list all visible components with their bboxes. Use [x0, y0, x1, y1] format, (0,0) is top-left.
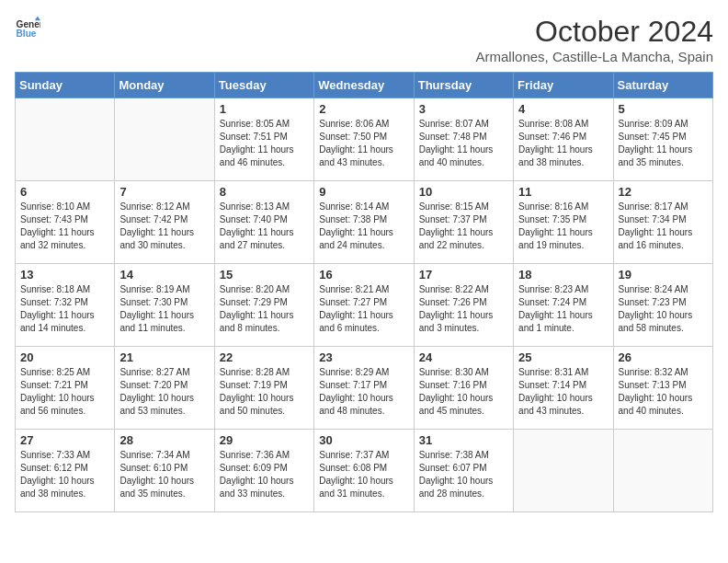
day-number: 23	[319, 350, 408, 364]
day-info: Sunrise: 8:18 AM Sunset: 7:32 PM Dayligh…	[20, 283, 109, 335]
day-info: Sunrise: 8:15 AM Sunset: 7:37 PM Dayligh…	[419, 201, 508, 252]
calendar-day-cell	[16, 98, 115, 181]
day-info: Sunrise: 8:31 AM Sunset: 7:14 PM Dayligh…	[518, 366, 608, 418]
calendar-body: 1Sunrise: 8:05 AM Sunset: 7:51 PM Daylig…	[16, 98, 713, 512]
day-number: 24	[419, 350, 508, 364]
svg-text:Blue: Blue	[17, 29, 37, 39]
day-number: 10	[419, 185, 508, 199]
calendar-day-cell: 28Sunrise: 7:34 AM Sunset: 6:10 PM Dayli…	[115, 430, 214, 512]
day-number: 5	[619, 102, 708, 116]
weekday-header-cell: Sunday	[16, 73, 115, 98]
day-info: Sunrise: 7:36 AM Sunset: 6:09 PM Dayligh…	[220, 449, 309, 500]
calendar-day-cell: 17Sunrise: 8:22 AM Sunset: 7:26 PM Dayli…	[414, 264, 513, 347]
day-number: 19	[619, 268, 708, 282]
calendar-day-cell: 10Sunrise: 8:15 AM Sunset: 7:37 PM Dayli…	[414, 181, 513, 264]
calendar-day-cell: 31Sunrise: 7:38 AM Sunset: 6:07 PM Dayli…	[414, 430, 513, 512]
calendar-day-cell: 13Sunrise: 8:18 AM Sunset: 7:32 PM Dayli…	[16, 264, 115, 347]
calendar-day-cell: 30Sunrise: 7:37 AM Sunset: 6:08 PM Dayli…	[314, 430, 414, 512]
weekday-header-row: SundayMondayTuesdayWednesdayThursdayFrid…	[16, 73, 713, 98]
day-info: Sunrise: 8:09 AM Sunset: 7:45 PM Dayligh…	[619, 118, 708, 169]
calendar-day-cell: 12Sunrise: 8:17 AM Sunset: 7:34 PM Dayli…	[613, 181, 712, 264]
day-number: 26	[619, 350, 708, 364]
weekday-header-cell: Monday	[115, 73, 214, 98]
calendar-week-row: 20Sunrise: 8:25 AM Sunset: 7:21 PM Dayli…	[16, 347, 713, 430]
day-number: 1	[220, 102, 309, 116]
calendar-day-cell: 21Sunrise: 8:27 AM Sunset: 7:20 PM Dayli…	[115, 347, 214, 430]
day-info: Sunrise: 8:29 AM Sunset: 7:17 PM Dayligh…	[319, 366, 408, 418]
day-number: 25	[518, 350, 608, 364]
day-info: Sunrise: 8:13 AM Sunset: 7:40 PM Dayligh…	[220, 201, 309, 252]
day-info: Sunrise: 8:14 AM Sunset: 7:38 PM Dayligh…	[319, 201, 408, 252]
day-info: Sunrise: 8:32 AM Sunset: 7:13 PM Dayligh…	[619, 366, 708, 418]
day-info: Sunrise: 8:22 AM Sunset: 7:26 PM Dayligh…	[419, 283, 508, 335]
day-info: Sunrise: 8:23 AM Sunset: 7:24 PM Dayligh…	[518, 283, 608, 335]
day-number: 27	[20, 433, 109, 447]
location: Armallones, Castille-La Mancha, Spain	[476, 49, 713, 64]
calendar-week-row: 27Sunrise: 7:33 AM Sunset: 6:12 PM Dayli…	[16, 430, 713, 512]
svg-marker-2	[35, 17, 40, 21]
day-number: 13	[20, 268, 109, 282]
day-number: 4	[518, 102, 608, 116]
day-number: 8	[220, 185, 309, 199]
day-info: Sunrise: 8:17 AM Sunset: 7:34 PM Dayligh…	[619, 201, 708, 252]
calendar-week-row: 13Sunrise: 8:18 AM Sunset: 7:32 PM Dayli…	[16, 264, 713, 347]
calendar-day-cell: 23Sunrise: 8:29 AM Sunset: 7:17 PM Dayli…	[314, 347, 414, 430]
calendar-day-cell: 15Sunrise: 8:20 AM Sunset: 7:29 PM Dayli…	[214, 264, 313, 347]
calendar-day-cell: 20Sunrise: 8:25 AM Sunset: 7:21 PM Dayli…	[16, 347, 115, 430]
calendar-day-cell: 14Sunrise: 8:19 AM Sunset: 7:30 PM Dayli…	[115, 264, 214, 347]
day-number: 29	[220, 433, 309, 447]
calendar-day-cell: 29Sunrise: 7:36 AM Sunset: 6:09 PM Dayli…	[214, 430, 313, 512]
day-number: 16	[319, 268, 408, 282]
calendar-day-cell: 5Sunrise: 8:09 AM Sunset: 7:45 PM Daylig…	[613, 98, 712, 181]
day-info: Sunrise: 8:08 AM Sunset: 7:46 PM Dayligh…	[518, 118, 608, 169]
month-title: October 2024	[476, 15, 713, 49]
calendar-day-cell: 2Sunrise: 8:06 AM Sunset: 7:50 PM Daylig…	[314, 98, 414, 181]
day-info: Sunrise: 8:05 AM Sunset: 7:51 PM Dayligh…	[220, 118, 309, 169]
day-info: Sunrise: 8:20 AM Sunset: 7:29 PM Dayligh…	[220, 283, 309, 335]
weekday-header-cell: Wednesday	[314, 73, 414, 98]
day-number: 2	[319, 102, 408, 116]
calendar-day-cell: 27Sunrise: 7:33 AM Sunset: 6:12 PM Dayli…	[16, 430, 115, 512]
calendar-day-cell: 24Sunrise: 8:30 AM Sunset: 7:16 PM Dayli…	[414, 347, 513, 430]
calendar-day-cell	[613, 430, 712, 512]
weekday-header-cell: Tuesday	[214, 73, 313, 98]
day-number: 3	[419, 102, 508, 116]
day-number: 12	[619, 185, 708, 199]
day-number: 9	[319, 185, 408, 199]
day-number: 17	[419, 268, 508, 282]
day-info: Sunrise: 8:30 AM Sunset: 7:16 PM Dayligh…	[419, 366, 508, 418]
calendar-day-cell: 8Sunrise: 8:13 AM Sunset: 7:40 PM Daylig…	[214, 181, 313, 264]
logo: General Blue	[15, 15, 40, 40]
day-number: 14	[119, 268, 209, 282]
calendar-week-row: 6Sunrise: 8:10 AM Sunset: 7:43 PM Daylig…	[16, 181, 713, 264]
day-info: Sunrise: 8:21 AM Sunset: 7:27 PM Dayligh…	[319, 283, 408, 335]
day-number: 18	[518, 268, 608, 282]
calendar-day-cell: 22Sunrise: 8:28 AM Sunset: 7:19 PM Dayli…	[214, 347, 313, 430]
day-info: Sunrise: 8:10 AM Sunset: 7:43 PM Dayligh…	[20, 201, 109, 252]
day-info: Sunrise: 7:33 AM Sunset: 6:12 PM Dayligh…	[20, 449, 109, 500]
calendar-day-cell	[514, 430, 613, 512]
day-number: 22	[220, 350, 309, 364]
calendar-day-cell: 25Sunrise: 8:31 AM Sunset: 7:14 PM Dayli…	[514, 347, 613, 430]
day-number: 28	[119, 433, 209, 447]
day-info: Sunrise: 7:37 AM Sunset: 6:08 PM Dayligh…	[319, 449, 408, 500]
calendar-day-cell: 19Sunrise: 8:24 AM Sunset: 7:23 PM Dayli…	[613, 264, 712, 347]
day-info: Sunrise: 8:12 AM Sunset: 7:42 PM Dayligh…	[119, 201, 209, 252]
calendar-day-cell: 9Sunrise: 8:14 AM Sunset: 7:38 PM Daylig…	[314, 181, 414, 264]
calendar-day-cell: 11Sunrise: 8:16 AM Sunset: 7:35 PM Dayli…	[514, 181, 613, 264]
day-info: Sunrise: 8:07 AM Sunset: 7:48 PM Dayligh…	[419, 118, 508, 169]
calendar-day-cell: 18Sunrise: 8:23 AM Sunset: 7:24 PM Dayli…	[514, 264, 613, 347]
calendar-day-cell: 1Sunrise: 8:05 AM Sunset: 7:51 PM Daylig…	[214, 98, 313, 181]
calendar-day-cell: 3Sunrise: 8:07 AM Sunset: 7:48 PM Daylig…	[414, 98, 513, 181]
day-info: Sunrise: 8:19 AM Sunset: 7:30 PM Dayligh…	[119, 283, 209, 335]
day-number: 30	[319, 433, 408, 447]
day-info: Sunrise: 7:34 AM Sunset: 6:10 PM Dayligh…	[119, 449, 209, 500]
day-number: 11	[518, 185, 608, 199]
calendar-day-cell: 26Sunrise: 8:32 AM Sunset: 7:13 PM Dayli…	[613, 347, 712, 430]
day-info: Sunrise: 8:16 AM Sunset: 7:35 PM Dayligh…	[518, 201, 608, 252]
calendar-day-cell: 4Sunrise: 8:08 AM Sunset: 7:46 PM Daylig…	[514, 98, 613, 181]
day-info: Sunrise: 7:38 AM Sunset: 6:07 PM Dayligh…	[419, 449, 508, 500]
day-number: 7	[119, 185, 209, 199]
day-info: Sunrise: 8:24 AM Sunset: 7:23 PM Dayligh…	[619, 283, 708, 335]
day-number: 20	[20, 350, 109, 364]
